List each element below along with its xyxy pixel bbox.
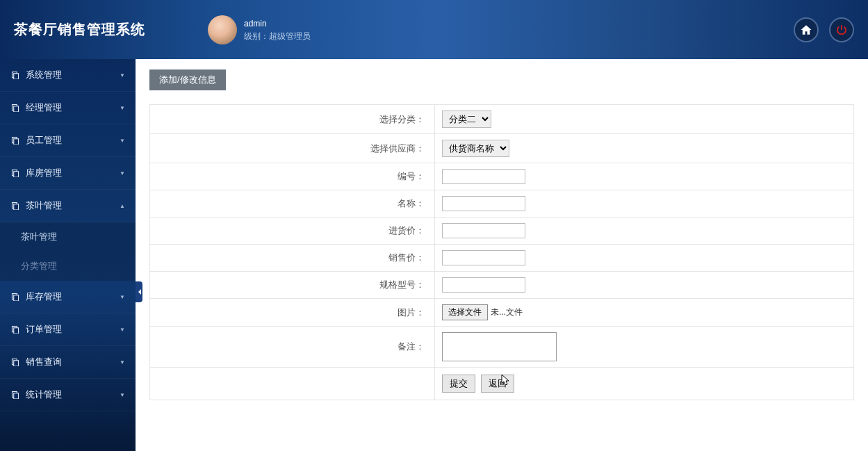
svg-rect-17 <box>14 393 19 399</box>
code-label: 编号： <box>150 163 435 190</box>
spec-label: 规格型号： <box>150 272 435 298</box>
remark-label: 备注： <box>150 327 435 367</box>
chevron-down-icon: ▼ <box>120 327 125 333</box>
chevron-down-icon: ▼ <box>120 138 125 144</box>
supplier-label: 选择供应商： <box>150 134 435 163</box>
app-header: 茶餐厅销售管理系统 admin 级别：超级管理员 <box>0 0 868 59</box>
username: admin <box>244 17 311 30</box>
avatar[interactable] <box>208 15 237 44</box>
submenu-item-tea-manage[interactable]: 茶叶管理 <box>0 222 136 252</box>
sidebar-toggle[interactable] <box>136 281 142 302</box>
sidebar: 系统管理 ▼ 经理管理 ▼ 员工管理 ▼ 库房管理 ▼ 茶叶管理 ▲ 茶叶管理 … <box>0 59 136 451</box>
power-button[interactable] <box>829 17 854 42</box>
copy-icon <box>10 201 20 211</box>
copy-icon <box>10 136 20 145</box>
main-content: 添加/修改信息 选择分类： 分类二 选择供应商： 供货商名称 <box>136 59 868 451</box>
code-input[interactable] <box>442 169 525 184</box>
chevron-up-icon: ▲ <box>120 203 125 209</box>
category-select[interactable]: 分类二 <box>442 110 491 128</box>
copy-icon <box>10 70 20 80</box>
supplier-select[interactable]: 供货商名称 <box>442 140 509 157</box>
chevron-down-icon: ▼ <box>120 294 125 300</box>
copy-icon <box>10 390 20 400</box>
home-icon <box>800 24 812 36</box>
name-label: 名称： <box>150 190 435 217</box>
sale-price-input[interactable] <box>442 250 525 265</box>
spec-input[interactable] <box>442 277 525 293</box>
role-value: 超级管理员 <box>269 31 311 41</box>
chevron-down-icon: ▼ <box>120 170 125 177</box>
app-logo: 茶餐厅销售管理系统 <box>14 20 145 39</box>
file-choose-button[interactable]: 选择文件 <box>442 304 488 320</box>
role-label: 级别： <box>244 31 269 41</box>
svg-rect-9 <box>14 204 19 210</box>
sidebar-item-system[interactable]: 系统管理 ▼ <box>0 59 136 92</box>
purchase-price-label: 进货价： <box>150 218 435 244</box>
copy-icon <box>10 168 20 178</box>
svg-rect-3 <box>14 106 19 112</box>
sidebar-item-order[interactable]: 订单管理 ▼ <box>0 313 136 346</box>
section-title: 添加/修改信息 <box>149 69 226 90</box>
chevron-down-icon: ▼ <box>120 72 125 79</box>
category-label: 选择分类： <box>150 105 435 133</box>
svg-rect-7 <box>14 172 19 177</box>
home-button[interactable] <box>794 17 819 42</box>
power-icon <box>835 24 848 36</box>
purchase-price-input[interactable] <box>442 223 525 238</box>
svg-rect-13 <box>14 328 19 334</box>
svg-rect-15 <box>14 361 19 366</box>
sale-price-label: 销售价： <box>150 245 435 271</box>
chevron-down-icon: ▼ <box>120 359 125 366</box>
sidebar-item-warehouse[interactable]: 库房管理 ▼ <box>0 157 136 190</box>
chevron-down-icon: ▼ <box>120 105 125 111</box>
submit-button[interactable]: 提交 <box>442 375 475 393</box>
copy-icon <box>10 103 20 113</box>
chevron-down-icon: ▼ <box>120 392 125 398</box>
submenu-tea: 茶叶管理 分类管理 <box>0 222 136 281</box>
sidebar-item-employee[interactable]: 员工管理 ▼ <box>0 124 136 157</box>
name-input[interactable] <box>442 196 525 211</box>
file-status-text: 未...文件 <box>491 306 523 318</box>
submenu-item-category[interactable]: 分类管理 <box>0 252 136 281</box>
back-button[interactable]: 返回 <box>481 375 514 393</box>
copy-icon <box>10 292 20 302</box>
svg-rect-1 <box>14 74 19 79</box>
copy-icon <box>10 357 20 367</box>
form-table: 选择分类： 分类二 选择供应商： 供货商名称 编号： <box>149 104 854 400</box>
image-label: 图片： <box>150 299 435 326</box>
svg-rect-5 <box>14 139 19 145</box>
sidebar-item-inventory[interactable]: 库存管理 ▼ <box>0 281 136 313</box>
sidebar-item-tea[interactable]: 茶叶管理 ▲ <box>0 190 136 222</box>
sidebar-item-sales-query[interactable]: 销售查询 ▼ <box>0 346 136 379</box>
svg-rect-11 <box>14 295 19 301</box>
user-info: admin 级别：超级管理员 <box>208 15 311 44</box>
sidebar-item-stats[interactable]: 统计管理 ▼ <box>0 379 136 411</box>
copy-icon <box>10 325 20 334</box>
remark-textarea[interactable] <box>442 332 557 361</box>
sidebar-item-manager[interactable]: 经理管理 ▼ <box>0 92 136 124</box>
